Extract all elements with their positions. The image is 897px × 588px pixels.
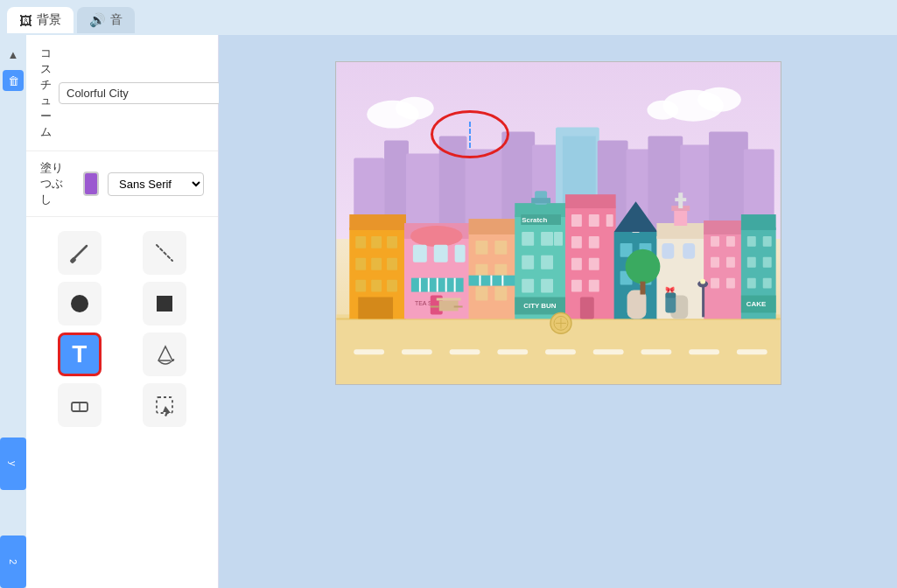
svg-rect-46 bbox=[387, 236, 397, 248]
svg-rect-102 bbox=[571, 258, 581, 270]
city-canvas[interactable]: TEA SHOP bbox=[335, 61, 781, 385]
canvas-wrapper: TEA SHOP bbox=[236, 52, 879, 570]
svg-rect-65 bbox=[454, 245, 465, 262]
tab-sound-label: 音 bbox=[110, 12, 123, 28]
svg-rect-156 bbox=[702, 284, 704, 318]
svg-rect-47 bbox=[355, 258, 366, 270]
eraser-icon bbox=[68, 394, 91, 416]
svg-rect-75 bbox=[494, 287, 507, 301]
svg-rect-88 bbox=[541, 256, 553, 270]
side-label-2: 2 bbox=[0, 536, 26, 588]
svg-rect-131 bbox=[725, 257, 734, 268]
svg-point-158 bbox=[700, 279, 705, 284]
svg-rect-53 bbox=[358, 298, 393, 319]
square-tool-button[interactable] bbox=[143, 282, 186, 326]
svg-rect-97 bbox=[571, 214, 581, 227]
svg-rect-130 bbox=[711, 257, 719, 268]
costume-label: コスチューム bbox=[40, 46, 52, 140]
svg-rect-151 bbox=[453, 305, 462, 307]
svg-rect-105 bbox=[588, 280, 599, 292]
sound-tab-icon: 🔊 bbox=[89, 12, 106, 28]
svg-rect-87 bbox=[522, 256, 534, 270]
svg-rect-141 bbox=[762, 278, 771, 289]
tab-background[interactable]: 🖼 背景 bbox=[7, 7, 74, 33]
svg-rect-71 bbox=[494, 241, 507, 255]
select-tool-button[interactable] bbox=[143, 383, 186, 427]
svg-rect-34 bbox=[401, 349, 431, 354]
svg-rect-45 bbox=[371, 236, 382, 248]
tool-panel: コスチューム ↩ ↪ 塗りつぶし Sans Serif Serif Handwr… bbox=[26, 35, 219, 588]
svg-rect-133 bbox=[725, 278, 734, 289]
fill-label: 塗りつぶし bbox=[40, 160, 74, 207]
svg-text:CITY BUN: CITY BUN bbox=[523, 302, 557, 310]
svg-rect-76 bbox=[468, 276, 516, 286]
costume-name-input[interactable] bbox=[59, 82, 221, 104]
svg-rect-86 bbox=[554, 232, 563, 246]
svg-rect-150 bbox=[430, 305, 438, 307]
svg-rect-138 bbox=[746, 257, 755, 268]
circle-tool-button[interactable] bbox=[58, 282, 102, 326]
eraser-tool-button[interactable] bbox=[58, 383, 102, 427]
svg-rect-129 bbox=[725, 236, 734, 247]
svg-rect-48 bbox=[371, 258, 382, 270]
svg-rect-4 bbox=[157, 296, 172, 312]
brush-tool-button[interactable] bbox=[58, 231, 102, 275]
svg-rect-121 bbox=[675, 198, 686, 201]
fill-color-swatch[interactable] bbox=[83, 172, 99, 196]
svg-line-2 bbox=[157, 245, 172, 261]
svg-rect-132 bbox=[711, 278, 719, 289]
trash-icon[interactable]: 🗑 bbox=[3, 70, 24, 91]
svg-rect-101 bbox=[588, 236, 599, 248]
svg-text:CAKE: CAKE bbox=[746, 300, 766, 308]
text-tool-button[interactable]: T bbox=[58, 332, 102, 376]
circle-icon bbox=[68, 292, 91, 315]
scroll-up-icon[interactable]: ▲ bbox=[3, 44, 24, 65]
svg-rect-92 bbox=[531, 198, 550, 203]
svg-point-144 bbox=[625, 249, 660, 284]
costume-row: コスチューム ↩ ↪ bbox=[26, 35, 218, 151]
svg-rect-84 bbox=[522, 232, 534, 246]
svg-rect-98 bbox=[588, 214, 599, 227]
svg-point-15 bbox=[647, 101, 678, 120]
canvas-area[interactable]: TEA SHOP bbox=[219, 35, 897, 588]
svg-rect-147 bbox=[665, 293, 676, 298]
svg-rect-146 bbox=[665, 296, 676, 313]
svg-rect-51 bbox=[371, 280, 382, 292]
svg-rect-85 bbox=[541, 232, 553, 246]
fill-row: 塗りつぶし Sans Serif Serif Handwriting Marke… bbox=[26, 151, 218, 217]
svg-rect-64 bbox=[433, 245, 447, 262]
svg-rect-38 bbox=[592, 349, 623, 354]
svg-rect-128 bbox=[711, 236, 719, 247]
svg-point-14 bbox=[697, 88, 741, 112]
svg-rect-136 bbox=[746, 236, 755, 247]
svg-point-12 bbox=[396, 97, 434, 120]
eraser-line-tool-button[interactable] bbox=[143, 231, 186, 275]
svg-rect-52 bbox=[387, 280, 397, 292]
svg-rect-49 bbox=[387, 258, 397, 270]
svg-rect-148 bbox=[436, 298, 460, 301]
font-select[interactable]: Sans Serif Serif Handwriting Marker Curl… bbox=[108, 172, 204, 196]
svg-rect-44 bbox=[355, 236, 366, 248]
svg-rect-104 bbox=[571, 280, 581, 292]
tab-background-label: 背景 bbox=[37, 12, 61, 28]
svg-rect-33 bbox=[354, 349, 384, 354]
svg-rect-69 bbox=[468, 219, 516, 234]
svg-rect-37 bbox=[545, 349, 576, 354]
svg-rect-36 bbox=[497, 349, 528, 354]
fill-icon bbox=[153, 343, 176, 366]
svg-rect-106 bbox=[579, 298, 593, 319]
svg-marker-9 bbox=[163, 406, 171, 416]
eraser-line-icon bbox=[153, 242, 176, 264]
tab-sound[interactable]: 🔊 音 bbox=[77, 7, 135, 33]
svg-rect-74 bbox=[475, 287, 487, 301]
city-illustration: TEA SHOP bbox=[336, 62, 781, 384]
tool-grid: T bbox=[26, 217, 218, 441]
svg-rect-122 bbox=[662, 243, 674, 259]
select-icon bbox=[153, 394, 176, 416]
svg-rect-50 bbox=[355, 280, 366, 292]
fill-tool-button[interactable] bbox=[143, 332, 186, 376]
svg-rect-100 bbox=[571, 236, 581, 248]
svg-point-3 bbox=[71, 295, 88, 312]
svg-rect-96 bbox=[564, 194, 615, 208]
svg-rect-145 bbox=[640, 282, 645, 295]
